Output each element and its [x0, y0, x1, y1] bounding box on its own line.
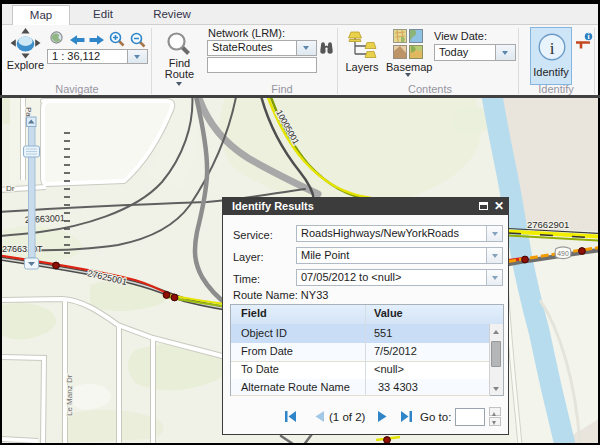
- svg-text:Pa: Pa: [24, 107, 33, 117]
- svg-text:2766310T: 2766310T: [2, 244, 43, 254]
- svg-text:i: i: [587, 32, 589, 41]
- svg-text:490: 490: [557, 250, 569, 257]
- svg-text:27662901: 27662901: [527, 219, 569, 230]
- svg-text:i: i: [550, 39, 555, 58]
- svg-text:Dr: Dr: [6, 184, 15, 193]
- svg-text:Le Manz Dr: Le Manz Dr: [65, 374, 74, 416]
